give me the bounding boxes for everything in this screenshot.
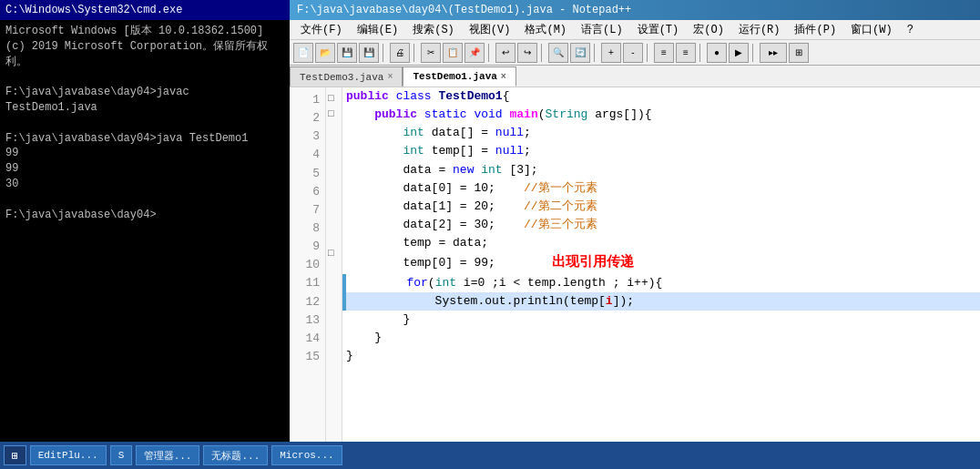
code-text-8: data[2] = 30; //第三个元素 <box>346 216 597 234</box>
notepad-panel: F:\java\javabase\day04\(TestDemo1).java … <box>290 0 980 442</box>
menu-file[interactable]: 文件(F) <box>293 20 350 39</box>
toolbar-paste[interactable]: 📌 <box>464 43 485 63</box>
code-text-9: temp = data; <box>346 234 488 252</box>
toolbar-extra1[interactable]: ▸▸ <box>760 43 787 63</box>
toolbar-copy[interactable]: 📋 <box>443 43 463 63</box>
cmd-line-5 <box>5 116 284 131</box>
tabs-bar: TestDemo3.java × TestDemo1.java × <box>290 66 980 87</box>
fold-5 <box>328 153 340 168</box>
taskbar-micros[interactable]: Micros... <box>271 445 342 465</box>
code-text-7: data[1] = 20; //第二个元素 <box>346 198 597 216</box>
tab-testdemo3-close[interactable]: × <box>387 72 393 82</box>
code-line-2: public static void main(String args[]){ <box>342 106 980 124</box>
toolbar-sep-5 <box>594 44 597 62</box>
menu-run[interactable]: 运行(R) <box>731 20 788 39</box>
fold-indicators: □ □ □ <box>326 87 342 442</box>
code-text-2: public static void main(String args[]){ <box>346 106 652 124</box>
code-text-10: temp[0] = 99; 出现引用传递 <box>346 252 634 273</box>
code-area: 1 2 3 4 5 6 7 8 9 10 11 12 13 14 15 <box>290 87 980 442</box>
cmd-output-2: 99 <box>5 161 284 177</box>
fold-1[interactable]: □ <box>328 91 340 107</box>
code-text-12: System.out.println(temp[i]); <box>346 292 638 311</box>
code-text-13: } <box>346 311 410 329</box>
notepad-title-text: F:\java\javabase\day04\(TestDemo1).java … <box>297 4 631 16</box>
toolbar-zoom-out[interactable]: - <box>623 43 643 63</box>
menu-bar: 文件(F) 编辑(E) 搜索(S) 视图(V) 格式(M) 语言(L) 设置(T… <box>290 20 980 40</box>
cmd-line-4: F:\java\javabase\day04>javac TestDemo1.j… <box>5 85 284 116</box>
toolbar-undo[interactable]: ↩ <box>495 43 516 63</box>
code-line-1: public class TestDemo1{ <box>342 87 980 106</box>
toolbar-save-all[interactable]: 💾 <box>359 43 379 63</box>
code-text-3: int data[] = null; <box>346 124 531 142</box>
taskbar-editplus[interactable]: EditPlu... <box>30 445 107 465</box>
toolbar-new[interactable]: 📄 <box>293 43 313 63</box>
cmd-line-2: (c) 2019 Microsoft Corporation。保留所有权利。 <box>5 39 284 70</box>
menu-language[interactable]: 语言(L) <box>574 20 630 39</box>
fold-3 <box>328 122 340 138</box>
toolbar-sep-3 <box>488 44 492 62</box>
menu-search[interactable]: 搜索(S) <box>405 20 462 39</box>
code-line-15: } <box>342 347 980 365</box>
tab-testdemo1[interactable]: TestDemo1.java × <box>403 66 516 87</box>
code-text-5: data = new int [3]; <box>346 161 538 179</box>
code-line-11: for(int i=0 ;i < temp.length ; i++){ <box>342 274 980 292</box>
toolbar-align[interactable]: ≡ <box>676 43 696 63</box>
menu-settings[interactable]: 设置(T) <box>630 20 687 39</box>
taskbar-manager[interactable]: 管理器... <box>136 445 200 465</box>
cmd-line-7 <box>5 192 284 208</box>
tab-testdemo1-close[interactable]: × <box>501 72 506 82</box>
fold-2[interactable]: □ <box>328 107 340 122</box>
code-line-5: data = new int [3]; <box>342 161 980 179</box>
menu-format[interactable]: 格式(M) <box>517 20 574 39</box>
code-line-12: System.out.println(temp[i]); <box>342 292 980 311</box>
cmd-output-3: 30 <box>5 177 284 192</box>
fold-11[interactable]: □ <box>328 246 340 261</box>
code-line-14: } <box>342 329 980 347</box>
toolbar-run[interactable]: ▶ <box>729 43 749 63</box>
cmd-title-text: C:\Windows\System32\cmd.exe <box>5 4 182 16</box>
toolbar-find[interactable]: 🔍 <box>548 43 568 63</box>
code-line-10: temp[0] = 99; 出现引用传递 <box>342 252 980 273</box>
toolbar-redo[interactable]: ↪ <box>517 43 537 63</box>
cmd-line-6: F:\java\javabase\day04>java TestDemo1 <box>5 131 284 147</box>
menu-plugins[interactable]: 插件(P) <box>787 20 843 39</box>
toolbar-sep-1 <box>383 44 386 62</box>
cmd-line-1: Microsoft Windows [版本 10.0.18362.1500] <box>5 24 284 39</box>
toolbar-macro[interactable]: ● <box>707 43 727 63</box>
code-line-9: temp = data; <box>342 234 980 252</box>
code-text-1: public class TestDemo1{ <box>346 87 509 106</box>
menu-view[interactable]: 视图(V) <box>462 20 518 39</box>
toolbar-sep-8 <box>752 44 756 62</box>
fold-10 <box>328 230 340 246</box>
tab-testdemo3[interactable]: TestDemo3.java × <box>290 66 403 87</box>
toolbar-zoom-in[interactable]: + <box>601 43 621 63</box>
code-line-3: int data[] = null; <box>342 124 980 142</box>
menu-macro[interactable]: 宏(O) <box>686 20 731 39</box>
taskbar-untitled[interactable]: 无标题... <box>203 445 268 465</box>
fold-15 <box>328 309 340 324</box>
fold-12 <box>328 262 340 278</box>
fold-6 <box>328 168 340 184</box>
toolbar-replace[interactable]: 🔄 <box>570 43 590 63</box>
taskbar-start[interactable]: ⊞ <box>4 445 26 465</box>
taskbar-s[interactable]: S <box>110 445 132 465</box>
toolbar-indent[interactable]: ≡ <box>654 43 674 63</box>
cmd-panel: C:\Windows\System32\cmd.exe Microsoft Wi… <box>0 0 290 442</box>
tab-testdemo1-label: TestDemo1.java <box>413 71 496 82</box>
toolbar-cut[interactable]: ✂ <box>421 43 441 63</box>
cmd-output-1: 99 <box>5 146 284 161</box>
menu-window[interactable]: 窗口(W) <box>843 20 900 39</box>
cmd-content: Microsoft Windows [版本 10.0.18362.1500] (… <box>0 20 290 442</box>
menu-help[interactable]: ? <box>900 22 921 38</box>
toolbar-print[interactable]: 🖨 <box>390 43 410 63</box>
code-text-4: int temp[] = null; <box>346 142 531 160</box>
toolbar-extra2[interactable]: ⊞ <box>789 43 809 63</box>
code-line-4: int temp[] = null; <box>342 142 980 160</box>
fold-8 <box>328 199 340 215</box>
code-text-6: data[0] = 10; //第一个元素 <box>346 179 597 198</box>
cmd-title-bar: C:\Windows\System32\cmd.exe <box>0 0 290 20</box>
code-line-13: } <box>342 311 980 329</box>
toolbar-save[interactable]: 💾 <box>337 43 357 63</box>
toolbar-open[interactable]: 📂 <box>315 43 335 63</box>
menu-edit[interactable]: 编辑(E) <box>350 20 406 39</box>
